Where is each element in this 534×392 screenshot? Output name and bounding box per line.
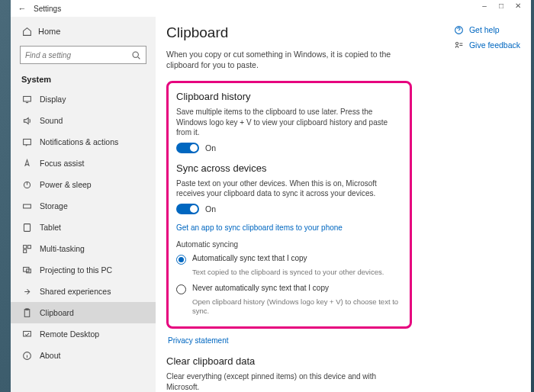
clipboard-icon: [21, 307, 32, 318]
history-heading: Clipboard history: [176, 91, 400, 102]
svg-point-16: [456, 42, 458, 44]
search-input[interactable]: [25, 51, 130, 59]
tablet-icon: [21, 222, 32, 233]
sidebar-item-label: Multi-tasking: [40, 244, 85, 253]
svg-point-0: [133, 52, 138, 57]
radio-button-unchecked[interactable]: [176, 284, 186, 294]
sync-toggle[interactable]: [176, 204, 199, 214]
sidebar-item-label: Clipboard: [40, 308, 74, 317]
sync-toggle-state: On: [205, 204, 216, 214]
sync-desc: Paste text on your other devices. When t…: [176, 178, 400, 199]
sidebar-item-about[interactable]: About: [11, 345, 156, 366]
right-rail: Get help Give feedback: [454, 24, 520, 55]
back-button[interactable]: ←: [15, 4, 29, 13]
sidebar-item-tablet[interactable]: Tablet: [11, 217, 156, 238]
multitasking-icon: [21, 243, 32, 254]
give-feedback-label: Give feedback: [469, 40, 520, 50]
sidebar: Home System Display Sound Notifications …: [11, 17, 156, 392]
sidebar-item-power[interactable]: Power & sleep: [11, 174, 156, 195]
svg-rect-4: [23, 204, 31, 208]
svg-rect-8: [23, 249, 26, 252]
help-icon: [454, 24, 465, 35]
maximize-button[interactable]: □: [493, 2, 510, 15]
sidebar-item-label: Display: [40, 95, 66, 104]
minimize-button[interactable]: –: [476, 2, 493, 15]
clear-desc: Clear everything (except pinned items) o…: [166, 371, 395, 392]
highlighted-section: Clipboard history Save multiple items to…: [166, 81, 412, 329]
sidebar-item-label: Notifications & actions: [40, 137, 118, 146]
sidebar-item-storage[interactable]: Storage: [11, 195, 156, 217]
sidebar-item-display[interactable]: Display: [11, 88, 156, 110]
svg-rect-7: [27, 245, 31, 248]
sidebar-item-label: Storage: [40, 201, 68, 210]
svg-rect-5: [24, 223, 30, 231]
give-feedback-link[interactable]: Give feedback: [454, 40, 520, 50]
display-icon: [21, 94, 32, 104]
sidebar-item-label: About: [40, 351, 60, 360]
radio-never-label: Never automatically sync text that I cop…: [192, 284, 329, 292]
get-help-link[interactable]: Get help: [454, 24, 520, 35]
notifications-icon: [21, 137, 32, 147]
sidebar-item-remote[interactable]: Remote Desktop: [11, 323, 156, 345]
svg-rect-1: [23, 96, 31, 101]
sidebar-item-focus[interactable]: Focus assist: [11, 153, 156, 174]
shared-icon: [21, 286, 32, 297]
radio-auto-sync[interactable]: Automatically sync text that I copy: [176, 254, 400, 265]
sync-app-link[interactable]: Get an app to sync clipboard items to yo…: [176, 223, 400, 232]
sidebar-item-label: Shared experiences: [40, 287, 111, 296]
sidebar-item-label: Projecting to this PC: [40, 265, 112, 275]
about-icon: [21, 350, 32, 361]
radio-never-sync[interactable]: Never automatically sync text that I cop…: [176, 284, 400, 294]
sync-heading: Sync across devices: [176, 162, 400, 174]
home-icon: [21, 26, 32, 37]
sidebar-item-label: Sound: [40, 116, 63, 125]
sidebar-item-notifications[interactable]: Notifications & actions: [11, 131, 156, 153]
radio-auto-desc: Text copied to the clipboard is synced t…: [192, 268, 400, 277]
get-help-label: Get help: [469, 25, 500, 34]
projecting-icon: [21, 265, 32, 275]
svg-rect-11: [24, 309, 30, 316]
sidebar-item-label: Remote Desktop: [40, 329, 99, 339]
sidebar-nav: Display Sound Notifications & actions Fo…: [11, 88, 156, 366]
remote-icon: [21, 329, 32, 339]
sidebar-item-label: Power & sleep: [40, 180, 92, 189]
auto-sync-heading: Automatic syncing: [176, 239, 400, 250]
sidebar-item-shared[interactable]: Shared experiences: [11, 281, 156, 302]
power-icon: [21, 179, 32, 190]
search-box[interactable]: [20, 46, 146, 64]
feedback-icon: [454, 40, 465, 50]
sidebar-item-label: Tablet: [40, 223, 61, 232]
page-intro: When you copy or cut something in Window…: [166, 49, 403, 70]
title-bar: ← Settings – □ ✕: [11, 0, 531, 17]
sidebar-item-projecting[interactable]: Projecting to this PC: [11, 259, 156, 281]
radio-button-checked[interactable]: [176, 255, 186, 265]
window-title: Settings: [34, 5, 61, 13]
sidebar-item-label: Focus assist: [40, 159, 84, 168]
history-desc: Save multiple items to the clipboard to …: [176, 107, 400, 138]
sidebar-home-label: Home: [38, 27, 60, 36]
privacy-link[interactable]: Privacy statement: [168, 336, 516, 345]
sidebar-item-clipboard[interactable]: Clipboard: [11, 302, 156, 323]
focus-icon: [21, 158, 32, 169]
sidebar-item-multitasking[interactable]: Multi-tasking: [11, 238, 156, 259]
svg-rect-2: [23, 139, 31, 144]
history-toggle[interactable]: [176, 143, 199, 153]
sidebar-section-title: System: [11, 72, 156, 88]
history-toggle-state: On: [205, 143, 216, 153]
search-icon: [130, 50, 141, 60]
storage-icon: [21, 201, 32, 211]
radio-never-desc: Open clipboard history (Windows logo key…: [192, 297, 400, 316]
svg-rect-6: [23, 245, 26, 248]
sound-icon: [21, 115, 32, 126]
sidebar-home[interactable]: Home: [11, 21, 156, 41]
settings-window: ← Settings – □ ✕ Home System Display: [11, 0, 531, 392]
clear-heading: Clear clipboard data: [166, 355, 516, 367]
close-button[interactable]: ✕: [510, 2, 526, 15]
radio-auto-label: Automatically sync text that I copy: [192, 254, 307, 262]
content-area: Get help Give feedback Clipboard When yo…: [156, 17, 531, 392]
sidebar-item-sound[interactable]: Sound: [11, 110, 156, 131]
